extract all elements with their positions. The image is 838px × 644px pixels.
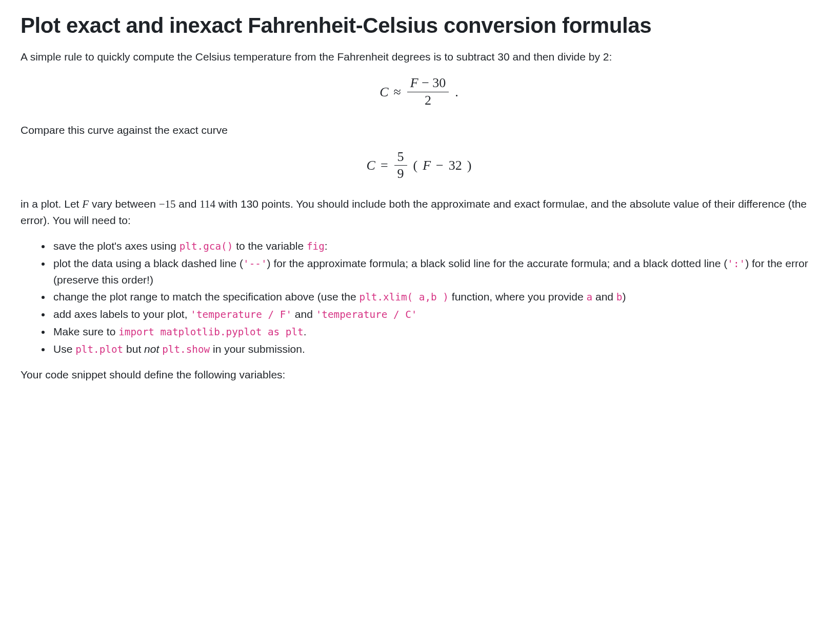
eq2-open: (: [413, 155, 418, 175]
eq1-num-var: F: [410, 75, 418, 90]
text-fragment: :: [325, 240, 328, 252]
eq1-den: 2: [422, 92, 434, 108]
text-fragment: plot the data using a black dashed line …: [53, 257, 243, 269]
instruction-paragraph: in a plot. Let F vary between −15 and 11…: [21, 196, 817, 229]
text-fragment: save the plot's axes using: [53, 240, 179, 252]
text-fragment: ): [622, 291, 626, 303]
text-fragment: Make sure to: [53, 326, 118, 337]
code-plt-gca: plt.gca(): [179, 240, 233, 252]
closing-paragraph: Your code snippet should define the foll…: [21, 367, 817, 383]
page-title: Plot exact and inexact Fahrenheit-Celsiu…: [21, 12, 817, 39]
eq2-var: F: [423, 155, 431, 175]
eq2-lhs: C: [367, 155, 375, 175]
text-fragment: in a plot. Let: [21, 198, 82, 210]
list-item: Use plt.plot but not plt.show in your su…: [51, 341, 817, 357]
text-fragment: .: [304, 326, 307, 337]
eq2-close: ): [467, 155, 472, 175]
code-plt-plot: plt.plot: [75, 344, 123, 355]
list-item: plot the data using a black dashed line …: [51, 255, 817, 288]
code-b: b: [616, 291, 623, 303]
text-fragment: change the plot range to match the speci…: [53, 291, 360, 303]
code-dotted: ':': [727, 258, 745, 270]
intro-paragraph: A simple rule to quickly compute the Cel…: [21, 49, 817, 65]
list-item: add axes labels to your plot, 'temperatu…: [51, 306, 817, 323]
eq1-rel: ≈: [394, 82, 401, 102]
text-fragment: and: [292, 308, 316, 320]
code-xlim: plt.xlim( a,b ): [360, 291, 449, 303]
instruction-list: save the plot's axes using plt.gca() to …: [21, 238, 817, 357]
code-dashed: '--': [243, 258, 267, 270]
text-fragment: to the variable: [233, 240, 307, 252]
code-import: import matplotlib.pyplot as plt: [118, 326, 303, 338]
inline-F: F: [82, 198, 89, 210]
eq1-lhs: C: [380, 82, 388, 102]
inline-neg15: −15: [159, 198, 176, 210]
eq1-trail: .: [455, 82, 458, 102]
compare-paragraph: Compare this curve against the exact cur…: [21, 122, 817, 138]
code-a: a: [586, 291, 592, 303]
equation-approx: C ≈ F − 30 2 .: [21, 76, 817, 108]
list-item: save the plot's axes using plt.gca() to …: [51, 238, 817, 254]
text-fragment: but: [123, 343, 144, 355]
inline-114: 114: [199, 198, 215, 210]
text-fragment: ) for the approximate formula; a black s…: [267, 257, 728, 269]
text-fragment: function, where you provide: [449, 291, 587, 303]
text-fragment: and: [176, 198, 200, 210]
eq1-num-right: 30: [432, 75, 446, 90]
text-fragment: add axes labels to your plot,: [53, 308, 190, 320]
eq1-fraction: F − 30 2: [407, 76, 449, 108]
eq2-num: 32: [449, 155, 462, 175]
code-plt-show: plt.show: [162, 344, 210, 355]
emphasis-not: not: [144, 343, 159, 355]
eq2-fraction: 5 9: [394, 150, 407, 182]
code-ylabel: 'temperature / C': [316, 309, 417, 320]
document-body: Plot exact and inexact Fahrenheit-Celsiu…: [0, 0, 838, 411]
list-item: change the plot range to match the speci…: [51, 289, 817, 305]
equation-exact: C = 5 9 (F − 32): [21, 150, 817, 182]
text-fragment: vary between: [89, 198, 159, 210]
eq2-frac-den: 9: [394, 166, 407, 182]
eq2-rel: =: [381, 155, 388, 175]
text-fragment: Use: [53, 343, 75, 355]
text-fragment: in your submission.: [210, 343, 305, 355]
code-xlabel: 'temperature / F': [190, 309, 292, 320]
text-fragment: and: [592, 291, 616, 303]
eq2-frac-num: 5: [394, 150, 407, 166]
eq1-num-minus: −: [422, 75, 429, 90]
eq2-minus: −: [436, 155, 444, 175]
list-item: Make sure to import matplotlib.pyplot as…: [51, 324, 817, 340]
code-fig: fig: [307, 240, 325, 252]
